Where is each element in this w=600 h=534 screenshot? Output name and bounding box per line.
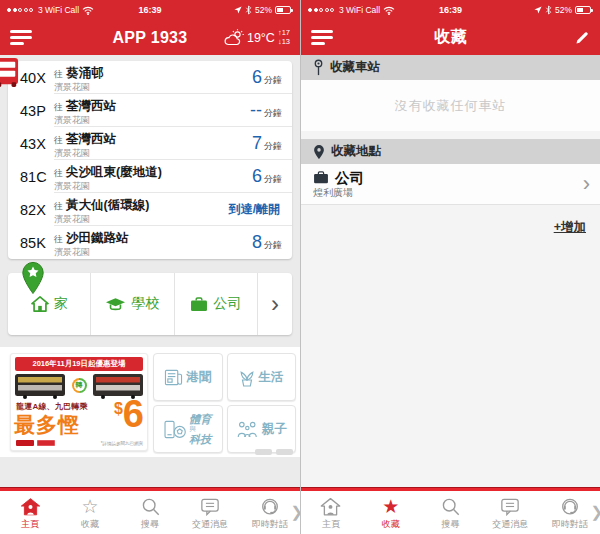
route-origin: 濱景花園	[54, 115, 206, 126]
eta-value: 7	[252, 133, 262, 154]
tab-favorites[interactable]: ☆ 收藏	[60, 491, 120, 534]
wifi-icon	[383, 6, 395, 15]
tile-news[interactable]: 港聞	[153, 353, 223, 401]
kmb-logo	[37, 440, 55, 446]
tab-traffic-news[interactable]: 交通消息	[480, 491, 540, 534]
interchange-badge: 轉	[72, 378, 87, 393]
shortcut-company[interactable]: 公司	[175, 273, 258, 335]
menu-icon[interactable]	[10, 30, 32, 45]
favorite-place-row[interactable]: 公司 煌利廣場 ›	[301, 164, 600, 205]
route-row[interactable]: 82X 往黃大仙(循環線) 濱景花園 到達/離開	[8, 193, 292, 226]
shortcut-label: 公司	[213, 295, 241, 313]
route-origin: 濱景花園	[54, 247, 206, 258]
star-icon: ★	[382, 497, 399, 517]
bluetooth-icon	[245, 5, 252, 15]
chevron-right-icon[interactable]: ›	[258, 273, 292, 335]
direction-prefix: 往	[54, 201, 63, 211]
search-icon	[141, 497, 160, 517]
bus-stop-icon	[313, 59, 324, 76]
tab-label: 收藏	[382, 518, 400, 531]
tab-home[interactable]: 主頁	[301, 491, 361, 534]
home-content: 40X 往葵涌邨 濱景花園 6分鐘 43P 往荃灣西站 濱景花園 --分鐘	[0, 55, 300, 487]
tile-life[interactable]: 生活	[227, 353, 297, 401]
weather-widget[interactable]: 19°C ↑17↓13	[223, 29, 290, 46]
home-tab-icon	[20, 497, 41, 517]
home-tab-icon	[320, 497, 341, 517]
temp-low: ↓13	[278, 38, 290, 47]
battery-percent: 52%	[255, 5, 272, 15]
carrier-label: 3 WiFi Call	[38, 5, 79, 15]
route-origin: 濱景花園	[54, 214, 206, 225]
route-destination: 葵涌邨	[66, 66, 104, 80]
location-icon	[534, 6, 542, 14]
ad-banner[interactable]: 2016年11月19日起優惠登場 轉 龍運A線、九巴轉乘 最多慳 $6 *詳情請…	[10, 353, 148, 451]
more-tabs-chevron: ❯	[290, 503, 300, 521]
tab-label: 搜尋	[141, 518, 159, 531]
tile-family[interactable]: 親子	[227, 405, 297, 453]
status-bar: 3 WiFi Call 16:39 52%	[301, 0, 600, 20]
ad-disclaimer: *詳情請參閱九巴網頁	[101, 441, 143, 446]
status-bar: 3 WiFi Call 16:39 52%	[0, 0, 300, 20]
briefcase-icon	[190, 297, 208, 312]
weather-icon	[223, 29, 245, 46]
route-row[interactable]: 81C 往尖沙咀東(麼地道) 濱景花園 6分鐘	[8, 160, 292, 193]
route-destination: 尖沙咀東(麼地道)	[66, 165, 162, 179]
hidden-tile-stub	[255, 449, 272, 455]
shortcut-school[interactable]: 學校	[91, 273, 174, 335]
tab-label: 收藏	[81, 518, 99, 531]
family-icon	[236, 421, 259, 438]
route-number: 85K	[8, 235, 54, 251]
tile-sports-tech[interactable]: 體育與科技	[153, 405, 223, 453]
route-number: 43P	[8, 103, 54, 119]
plant-icon	[239, 368, 255, 387]
tab-favorites[interactable]: ★ 收藏	[361, 491, 421, 534]
promo-section: 2016年11月19日起優惠登場 轉 龍運A線、九巴轉乘 最多慳 $6 *詳情請…	[0, 347, 300, 457]
route-number: 81C	[8, 169, 54, 185]
route-row[interactable]: 43P 往荃灣西站 濱景花園 --分鐘	[8, 94, 292, 127]
tab-label: 即時對話	[552, 518, 588, 531]
headset-icon	[560, 497, 580, 517]
eta-value: 8	[252, 232, 262, 253]
ad-tagline: 最多慳	[14, 411, 80, 439]
route-row[interactable]: 40X 往葵涌邨 濱景花園 6分鐘	[8, 61, 292, 94]
place-subtitle: 煌利廣場	[313, 187, 583, 200]
favorites-screen-panel: 3 WiFi Call 16:39 52% 收藏 收藏車站	[300, 0, 600, 534]
direction-prefix: 往	[54, 234, 63, 244]
carrier-label: 3 WiFi Call	[339, 5, 380, 15]
lwb-logo	[16, 440, 34, 446]
tile-label: 體育與科技	[189, 413, 211, 444]
add-favorite-place-link[interactable]: +增加	[554, 220, 586, 234]
eta-unit: 分鐘	[264, 107, 282, 120]
school-icon	[105, 297, 126, 312]
tile-label: 港聞	[186, 369, 211, 386]
map-pin-icon	[313, 144, 325, 160]
section-title: 收藏地點	[331, 143, 381, 160]
favorites-content: 收藏車站 沒有收藏任何車站 收藏地點 公司 煌利廣場 ›	[301, 55, 600, 487]
news-tiles: 港聞 生活 體育與科技 親子	[153, 353, 296, 447]
headset-icon	[260, 497, 280, 517]
route-row[interactable]: 43X 往荃灣西站 濱景花園 7分鐘	[8, 127, 292, 160]
eta-list: 40X 往葵涌邨 濱景花園 6分鐘 43P 往荃灣西站 濱景花園 --分鐘	[8, 61, 292, 259]
eta-unit: 分鐘	[264, 140, 282, 153]
battery-icon	[575, 6, 591, 14]
tab-search[interactable]: 搜尋	[120, 491, 180, 534]
tab-label: 交通消息	[192, 518, 228, 531]
route-row[interactable]: 85K 往沙田鐵路站 濱景花園 8分鐘	[8, 226, 292, 259]
place-title: 公司	[335, 169, 364, 187]
route-origin: 濱景花園	[54, 82, 206, 93]
tab-traffic-news[interactable]: 交通消息	[180, 491, 240, 534]
home-screen-panel: 3 WiFi Call 16:39 52% APP 1933 19°C ↑17↓…	[0, 0, 300, 534]
wifi-icon	[82, 6, 94, 15]
edit-icon[interactable]	[574, 30, 590, 46]
tab-home[interactable]: 主頁	[0, 491, 60, 534]
tab-search[interactable]: 搜尋	[421, 491, 481, 534]
hidden-tile-stub	[276, 449, 293, 455]
battery-percent: 52%	[555, 5, 572, 15]
route-destination: 黃大仙(循環線)	[66, 198, 149, 212]
ad-price: $6	[114, 396, 144, 432]
menu-icon[interactable]	[311, 30, 333, 45]
direction-prefix: 往	[54, 135, 63, 145]
home-icon	[31, 296, 49, 312]
tab-bar: 主頁 ★ 收藏 搜尋 交通消息 即時對話 ❯	[301, 491, 600, 534]
tile-label: 親子	[262, 421, 287, 438]
